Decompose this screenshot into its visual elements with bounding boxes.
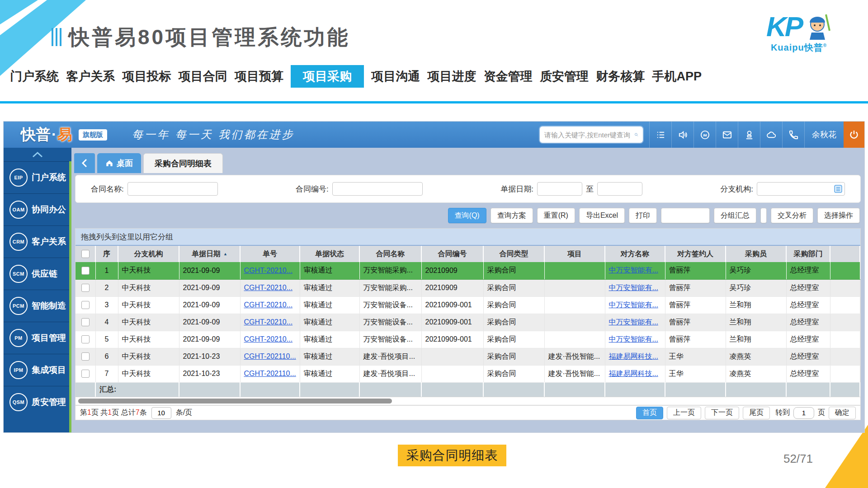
column-header-对方签约人[interactable]: 对方签约人 [665,246,726,262]
search-input[interactable] [544,131,634,139]
speaker-icon[interactable] [671,122,693,148]
nav-tab-客户关系[interactable]: 客户关系 [66,68,115,84]
table-row[interactable]: 6中天科技2021-10-23CGHT-202110...审核通过建发·吾悦项目… [75,348,860,365]
page-size-input[interactable] [151,407,171,419]
pager-button-下一页[interactable]: 下一页 [705,407,739,419]
doc_no-link[interactable]: CGHT-20210... [244,318,293,326]
column-header-分支机构[interactable]: 分支机构 [118,246,179,262]
nav-tab-质安管理[interactable]: 质安管理 [540,68,589,84]
row-checkbox[interactable] [81,267,90,275]
counterparty-link[interactable]: 中万安智能有... [609,318,658,326]
table-row[interactable]: 7中天科技2021-10-23CGHT-202110...审核通过建发·吾悦项目… [75,365,860,382]
column-header-单据日期[interactable]: 单据日期▲ [179,246,240,262]
confirm-button[interactable]: 确定 [829,407,856,419]
doc_no-link[interactable]: CGHT-20210... [244,284,293,291]
doc_no-link[interactable]: CGHT-20210... [244,335,293,343]
mail-icon[interactable] [716,122,738,148]
im-icon[interactable]: IM [693,122,716,148]
lookup-list-icon[interactable] [834,184,843,193]
nav-tab-手机APP[interactable]: 手机APP [652,68,702,84]
horizontal-scrollbar[interactable] [75,397,861,405]
nav-tab-项目沟通[interactable]: 项目沟通 [371,68,420,84]
sidebar-collapse-button[interactable] [4,148,71,161]
row-checkbox[interactable] [81,335,90,343]
sidebar-item-pcm[interactable]: PCM智能制造 [4,290,71,322]
column-header-采购员[interactable]: 采购员 [726,246,786,262]
pager-button-上一页[interactable]: 上一页 [667,407,701,419]
counterparty-link[interactable]: 中万安智能有... [609,301,658,309]
doc_no-link[interactable]: CGHT-202110... [244,352,296,360]
toolbar-button-分组汇总[interactable]: 分组汇总 [714,208,756,223]
doc_no-link[interactable]: CGHT-20210... [244,267,293,274]
column-header-序[interactable]: 序 [95,246,118,262]
counterparty-link[interactable]: 中万安智能有... [609,335,658,343]
column-header-对方名称[interactable]: 对方名称 [605,246,665,262]
search-icon[interactable] [634,130,638,139]
sidebar-item-qsm[interactable]: QSM质安管理 [4,386,71,418]
table-row[interactable]: 1中天科技2021-09-09CGHT-20210...审核通过万安智能采购..… [75,262,860,279]
toolbar-button-查询(Q)[interactable]: 查询(Q) [448,208,486,223]
toolbar-button-重置(R)[interactable]: 重置(R) [537,208,575,223]
sidebar-item-crm[interactable]: CRM客户关系 [4,225,71,258]
toolbar-button-查询方案[interactable]: 查询方案 [491,208,533,223]
doc_no-link[interactable]: CGHT-20210... [244,301,293,309]
pager-button-首页[interactable]: 首页 [636,407,663,419]
date-from-input[interactable] [537,182,582,196]
nav-tab-资金管理[interactable]: 资金管理 [484,68,533,84]
sidebar-item-scm[interactable]: SCM供应链 [4,258,71,290]
column-header-合同类型[interactable]: 合同类型 [483,246,544,262]
contract-name-input[interactable] [127,182,218,196]
back-button[interactable] [74,153,95,173]
column-header-采购部门[interactable]: 采购部门 [786,246,830,262]
power-icon[interactable] [844,122,864,148]
sidebar-item-eip[interactable]: EIP门户系统 [4,161,71,193]
column-header-单据状态[interactable]: 单据状态 [300,246,359,262]
cloud-icon[interactable] [760,122,782,148]
pager-button-尾页[interactable]: 尾页 [743,407,770,419]
column-header-合同名称[interactable]: 合同名称 [359,246,421,262]
sidebar-item-pm[interactable]: PM项目管理 [4,322,71,354]
branch-input[interactable] [757,182,845,196]
row-checkbox[interactable] [81,318,90,326]
nav-tab-项目采购[interactable]: 项目采购 [291,65,364,88]
table-row[interactable]: 3中天科技2021-09-09CGHT-20210...审核通过万安智能设备..… [75,296,860,314]
sidebar-item-ipm[interactable]: IPM集成项目 [4,354,71,386]
row-checkbox[interactable] [81,352,90,361]
counterparty-link[interactable]: 福建易网科技... [609,352,658,360]
table-row[interactable]: 2中天科技2021-09-09CGHT-20210...审核通过万安智能采购..… [75,279,860,296]
sidebar-item-oam[interactable]: OAM协同办公 [4,193,71,225]
nav-tab-门户系统[interactable]: 门户系统 [10,68,59,84]
table-row[interactable]: 5中天科技2021-09-09CGHT-20210...审核通过万安智能设备..… [75,331,860,348]
toolbar-button-交叉分析[interactable]: 交叉分析 [771,208,813,223]
contract-no-input[interactable] [332,182,423,196]
counterparty-link[interactable]: 中万安智能有... [609,266,658,274]
column-header-合同编号[interactable]: 合同编号 [421,246,483,262]
goto-page-input[interactable] [793,407,814,419]
row-checkbox[interactable] [81,284,90,292]
user-icon[interactable] [738,122,760,148]
nav-tab-项目进度[interactable]: 项目进度 [428,68,476,84]
toolbar-button-导出Excel[interactable]: 导出Excel [579,208,625,223]
nav-tab-项目预算[interactable]: 项目预算 [235,68,283,84]
nav-tab-项目合同[interactable]: 项目合同 [179,68,227,84]
counterparty-link[interactable]: 福建易网科技... [609,370,658,377]
nav-tab-项目投标[interactable]: 项目投标 [122,68,171,84]
group-drop-zone[interactable]: 拖拽列头到这里以用它分组 [75,229,860,246]
column-header-项目[interactable]: 项目 [544,246,605,262]
select-all-checkbox[interactable] [81,250,90,258]
tab-desktop[interactable]: 桌面 [97,153,141,173]
toolbar-button-empty[interactable] [760,208,767,223]
current-user[interactable]: 余秋花 [804,122,844,148]
column-header-单号[interactable]: 单号 [240,246,300,262]
row-checkbox[interactable] [81,370,90,378]
phone-icon[interactable] [782,122,804,148]
counterparty-link[interactable]: 中万安智能有... [609,284,658,291]
nav-tab-财务核算[interactable]: 财务核算 [596,68,645,84]
doc_no-link[interactable]: CGHT-202110... [244,370,296,377]
toolbar-button-empty[interactable] [661,208,710,223]
list-icon[interactable] [649,122,671,148]
toolbar-button-选择操作[interactable]: 选择操作 [817,208,860,223]
date-to-input[interactable] [597,182,642,196]
row-checkbox[interactable] [81,301,90,309]
tab-purchase-contract-detail[interactable]: 采购合同明细表 [143,153,223,173]
